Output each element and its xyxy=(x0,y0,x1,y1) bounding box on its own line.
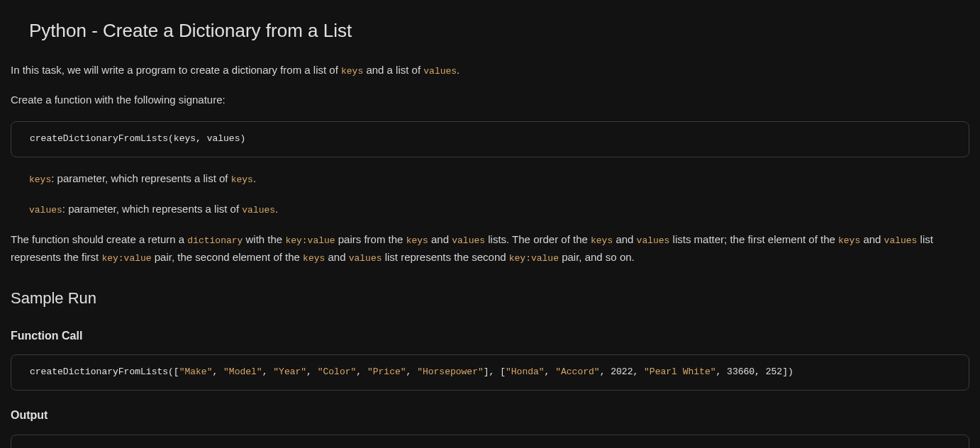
inline-code: values xyxy=(452,235,485,246)
inline-code: keys xyxy=(341,66,363,77)
intro-paragraph: In this task, we will write a program to… xyxy=(11,62,969,79)
inline-code: values xyxy=(423,66,457,77)
signature-prompt: Create a function with the following sig… xyxy=(11,91,969,108)
param-list: keys: parameter, which represents a list… xyxy=(11,170,969,218)
sample-run-heading: Sample Run xyxy=(11,286,969,310)
param-keys: keys: parameter, which represents a list… xyxy=(29,170,969,188)
signature-code-block: createDictionaryFromLists(keys, values) xyxy=(11,121,969,157)
page-title: Python - Create a Dictionary from a List xyxy=(29,16,969,46)
output-heading: Output xyxy=(11,406,969,425)
inline-code: keys xyxy=(303,253,325,264)
inline-code: keys xyxy=(591,235,613,246)
inline-code: key:value xyxy=(509,253,559,264)
inline-code: key:value xyxy=(285,235,335,246)
inline-code: values xyxy=(242,205,275,215)
inline-code: values xyxy=(637,235,670,246)
function-call-code-block: createDictionaryFromLists(["Make", "Mode… xyxy=(11,354,969,391)
inline-code: key:value xyxy=(101,253,151,264)
description-paragraph: The function should create a return a di… xyxy=(11,231,969,267)
inline-code: values xyxy=(29,205,62,215)
inline-code: dictionary xyxy=(187,235,243,246)
inline-code: keys xyxy=(231,174,253,185)
inline-code: values xyxy=(884,235,918,246)
inline-code: keys xyxy=(29,174,51,185)
param-values: values: parameter, which represents a li… xyxy=(29,201,969,218)
function-call-heading: Function Call xyxy=(11,327,969,345)
inline-code: keys xyxy=(406,235,428,246)
inline-code: keys xyxy=(838,235,860,246)
inline-code: values xyxy=(349,253,382,264)
output-code-block: {"Make": "Honda", "Model": "Accord", "Ye… xyxy=(11,435,969,448)
